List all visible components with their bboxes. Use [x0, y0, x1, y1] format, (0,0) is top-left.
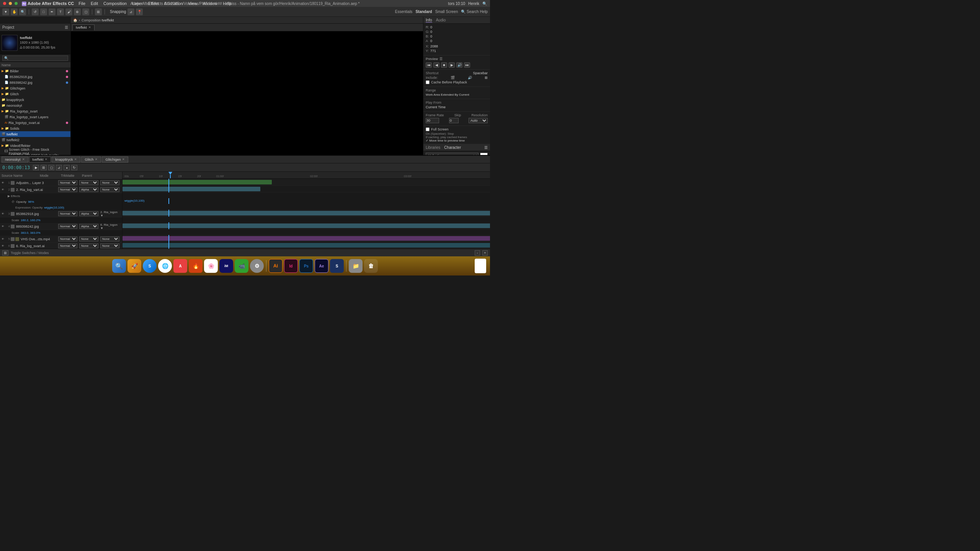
cache-checkbox[interactable] [426, 80, 430, 84]
layer-visibility-6[interactable]: 👁 [1, 244, 5, 248]
dock-photos[interactable]: 🌸 [204, 259, 218, 273]
dock-trash[interactable]: 🗑 [364, 259, 378, 273]
search-icon[interactable]: 🔍 [482, 2, 487, 6]
layer-visibility-3[interactable]: 👁 [1, 212, 5, 216]
tab-character[interactable]: Character [444, 145, 461, 150]
tab-info[interactable]: Info [426, 18, 432, 23]
search-help[interactable]: 🔍 Search Help [461, 10, 488, 14]
brush-tool[interactable]: 🖌 [65, 8, 72, 15]
snapping-toggle[interactable]: ⊿ [127, 8, 134, 15]
markers-btn[interactable]: ⬥ [64, 165, 70, 170]
project-item-img2[interactable]: 📄 889398242.jpg [0, 80, 70, 85]
close-icon[interactable]: ✕ [88, 26, 91, 29]
loop-btn[interactable]: ↻ [71, 165, 77, 170]
framerate-input[interactable] [426, 118, 439, 123]
preview-btn[interactable]: ⊞ [41, 165, 47, 170]
shape-tool[interactable]: □ [40, 8, 47, 15]
project-item-neon[interactable]: 📁 neonsskyt [0, 103, 70, 108]
dock-indesign[interactable]: Id [284, 259, 298, 273]
project-item-glitchigen[interactable]: ▶ 📁 Glitchigen [0, 85, 70, 91]
minimize-button[interactable] [9, 2, 12, 5]
workspace-essentials[interactable]: Essentials [395, 10, 413, 14]
graph-btn[interactable]: ⊿ [56, 165, 62, 170]
parent-select-6[interactable]: None [100, 243, 119, 248]
prev-back-btn[interactable]: ◀ [433, 62, 439, 68]
dock-facetime[interactable]: 📹 [235, 259, 248, 273]
dock-after-effects[interactable]: Ae [315, 259, 328, 273]
workspace-small[interactable]: Small Screen [435, 10, 458, 14]
project-item-bilder[interactable]: ▶ 📁 Bilder [0, 68, 70, 74]
mode-select-5[interactable]: Normal [58, 236, 77, 241]
include-more[interactable]: ⊞ [485, 76, 488, 80]
eraser-tool[interactable]: ◻ [82, 8, 89, 15]
dock-imovie[interactable]: iM [219, 259, 233, 273]
dock-chrome[interactable]: 🌐 [158, 259, 172, 273]
mode-select-3[interactable]: Normal [58, 211, 77, 216]
project-item-knapp[interactable]: 📁 knappttryck [0, 97, 70, 103]
layer-row-4[interactable]: 👁 4 889398242.jpg Normal Alpha [0, 223, 122, 230]
dock-safari[interactable]: S [143, 259, 157, 273]
workspace-standard[interactable]: Standard [415, 10, 432, 14]
project-item-ria-layers[interactable]: 🎬 Ria_logotyp_svart Layers [0, 114, 70, 120]
parent-select-2[interactable]: None [100, 187, 119, 192]
prev-audio-btn[interactable]: 🔊 [456, 62, 462, 68]
timeline-tab-glitch[interactable]: Glitch ✕ [81, 156, 101, 163]
timeline-tab-neonsskyt[interactable]: neonsskyt ✕ [2, 156, 28, 163]
resolution-select[interactable]: Auto Full Half [469, 118, 488, 123]
timeline-tab-knappttryck[interactable]: knappttryck ✕ [52, 156, 80, 163]
pin-tool[interactable]: 📍 [136, 8, 143, 15]
tab-libraries[interactable]: Libraries [426, 145, 440, 150]
maximize-button[interactable] [15, 2, 18, 5]
layer-row-6[interactable]: 👁 6 6. Ria_log_svart.ai Normal None [0, 243, 122, 249]
current-time-display[interactable]: 0:00:00:13 [2, 165, 30, 170]
trkmatte-select-5[interactable]: None [79, 236, 98, 241]
time-controls-play[interactable]: ▶ [33, 165, 39, 170]
layer-visibility-5[interactable]: 👁 [1, 237, 5, 241]
project-item-tveffekt[interactable]: 🎬 tveffekt [0, 131, 70, 137]
trkmatte-select-6[interactable]: None [79, 243, 98, 248]
layer-visibility-4[interactable]: 👁 [1, 225, 5, 228]
preview-menu-icon[interactable]: ☰ [439, 57, 443, 61]
comp-tab-tveffekt[interactable]: tveffekt ✕ [72, 24, 95, 31]
pen-tool[interactable]: ✒ [49, 8, 56, 15]
include-audio-icon[interactable]: 🔊 [468, 76, 472, 80]
draft-btn[interactable]: ◻ [48, 165, 54, 170]
menu-file[interactable]: File [78, 1, 85, 6]
mode-select-1[interactable]: Normal [58, 180, 77, 185]
comp-home-icon[interactable]: 🏠 [73, 18, 77, 22]
menu-edit[interactable]: Edit [91, 1, 98, 6]
toggle-switches-btn[interactable]: ⊞ [2, 250, 8, 256]
clone-tool[interactable]: ⊕ [74, 8, 81, 15]
layer-row-1[interactable]: 👁 1 Adjustm... Layer 3 Normal None [0, 179, 122, 186]
layer-visibility-1[interactable]: 👁 [1, 181, 5, 185]
close-icon[interactable]: ✕ [22, 158, 25, 161]
close-button[interactable] [3, 2, 6, 5]
project-item-glitch[interactable]: ▶ 📁 Glitch [0, 91, 70, 97]
close-icon[interactable]: ✕ [122, 158, 125, 161]
prev-last-btn[interactable]: ⏭ [464, 62, 470, 68]
layer-visibility-2[interactable]: 👁 [1, 188, 5, 192]
timeline-tab-glitchigen[interactable]: Glitchigen ✕ [102, 156, 128, 163]
puppet-tool[interactable]: ⊞ [95, 8, 102, 15]
mode-select-4[interactable]: Normal [58, 224, 77, 229]
project-item-ria-folder[interactable]: ▶ 📁 Ria_logotyp_svart [0, 108, 70, 114]
fullscreen-checkbox[interactable] [426, 127, 430, 131]
dock-suitcase[interactable]: S [330, 259, 344, 273]
zoom-out-btn[interactable]: - [475, 250, 480, 256]
project-menu-icon[interactable]: ☰ [65, 25, 68, 29]
mode-select-6[interactable]: Normal [58, 243, 77, 248]
project-item-ria-ai[interactable]: Ai Ria_logotyp_svart.ai [0, 120, 70, 126]
zoom-tool[interactable]: 🔍 [19, 8, 26, 15]
close-icon[interactable]: ✕ [74, 158, 77, 161]
dock-finder-2[interactable]: 📁 [349, 259, 363, 273]
layer-row-5[interactable]: 👁 5 VHS Ove...cts.mp4 Normal None [0, 236, 122, 243]
project-item-solids[interactable]: ▶ 📁 Solids [0, 126, 70, 131]
trkmatte-select-4[interactable]: Alpha [79, 224, 98, 229]
project-search-input[interactable] [2, 55, 68, 61]
mode-select-2[interactable]: Normal [58, 187, 77, 192]
hand-tool[interactable]: ✋ [11, 8, 18, 15]
trkmatte-select-3[interactable]: Alpha [79, 211, 98, 216]
timeline-tab-tveffekt[interactable]: tveffekt ✕ [29, 156, 51, 163]
dock-burner[interactable]: 🔥 [189, 259, 203, 273]
prev-first-btn[interactable]: ⏮ [426, 62, 432, 68]
